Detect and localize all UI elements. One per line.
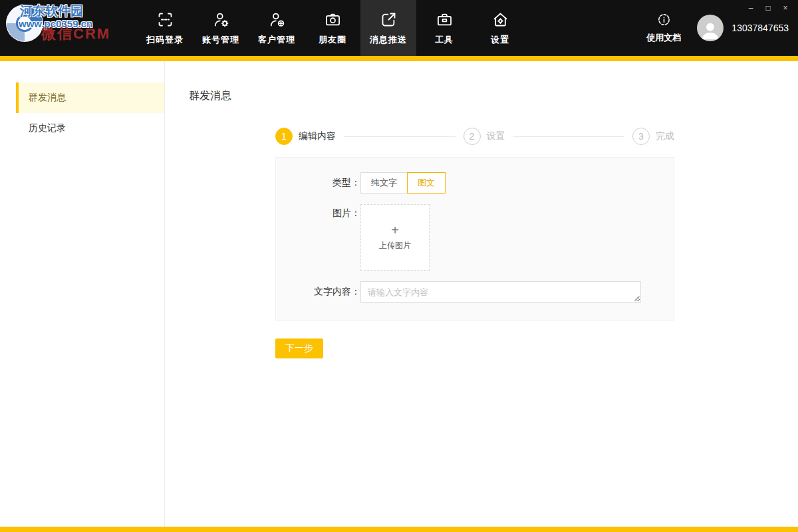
info-icon (656, 13, 672, 28)
image-row: 图片： + 上传图片 (276, 204, 674, 271)
nav-item-moments[interactable]: 朋友圈 (305, 0, 360, 56)
nav-label: 工具 (435, 34, 454, 46)
step-finish: 3 完成 (632, 128, 674, 145)
nav-label: 设置 (491, 34, 509, 46)
sidebar-item-label: 群发消息 (29, 92, 66, 104)
message-push-icon (380, 11, 398, 29)
step-edit-content: 1 编辑内容 (275, 128, 336, 145)
message-form-panel: 类型： 纯文字 图文 图片： + 上传图片 文字内容： (275, 157, 674, 321)
step-connector (344, 136, 456, 137)
sidebar-item-label: 历史记录 (29, 122, 66, 134)
type-label: 类型： (276, 172, 360, 194)
type-plain-text-button[interactable]: 纯文字 (360, 172, 408, 194)
account-manage-icon (212, 11, 230, 29)
docs-label: 使用文档 (646, 32, 681, 44)
nav-item-tools[interactable]: 工具 (416, 0, 472, 56)
step-number: 1 (275, 128, 293, 145)
next-step-button[interactable]: 下一步 (275, 338, 323, 358)
avatar-person-icon (699, 19, 722, 41)
close-button[interactable]: × (778, 2, 793, 14)
upload-image-label: 上传图片 (379, 240, 411, 251)
step-connector (513, 136, 625, 137)
sidebar-item-history[interactable]: 历史记录 (16, 113, 164, 144)
nav-label: 客户管理 (258, 34, 295, 46)
stepper: 1 编辑内容 2 设置 3 完成 (275, 128, 674, 145)
nav-item-account-manage[interactable]: 账号管理 (193, 0, 249, 56)
text-content-wrapper (360, 281, 641, 303)
minimize-button[interactable]: – (743, 2, 758, 14)
step-number: 2 (464, 128, 481, 145)
step-number: 3 (632, 128, 650, 145)
upload-image-button[interactable]: + 上传图片 (360, 204, 430, 271)
type-row: 类型： 纯文字 图文 (276, 172, 674, 194)
watermark-app-name: 微信CRM (41, 24, 110, 44)
content-area: 群发消息 历史记录 群发消息 1 编辑内容 2 设置 (0, 61, 798, 527)
maximize-button[interactable]: □ (761, 2, 775, 14)
settings-icon (491, 11, 509, 29)
sidebar: 群发消息 历史记录 (0, 61, 165, 527)
nav-item-settings[interactable]: 设置 (472, 0, 528, 56)
page-title: 群发消息 (189, 89, 798, 103)
sidebar-item-mass-message[interactable]: 群发消息 (16, 82, 164, 113)
nav-label: 朋友圈 (319, 34, 346, 46)
top-bar: 河东软件园 www.pc0359.cn 微信CRM 扫码登录 (0, 0, 798, 56)
step-label: 编辑内容 (299, 130, 336, 142)
main-panel: 群发消息 1 编辑内容 2 设置 3 完成 (165, 61, 798, 527)
image-label: 图片： (276, 204, 360, 271)
plus-icon: + (391, 223, 399, 237)
accent-strip-top (0, 56, 798, 61)
user-phone-number: 13037847653 (732, 23, 789, 33)
accent-strip-bottom (0, 527, 798, 532)
nav-item-message-push[interactable]: 消息推送 (360, 0, 416, 56)
moments-camera-icon (324, 11, 342, 29)
nav-label: 账号管理 (202, 34, 239, 46)
user-avatar[interactable] (697, 15, 724, 41)
app-window: 河东软件园 www.pc0359.cn 微信CRM 扫码登录 (0, 0, 798, 532)
nav-item-customer-manage[interactable]: 客户管理 (249, 0, 305, 56)
tools-icon (436, 11, 454, 29)
logo-zone: 河东软件园 www.pc0359.cn 微信CRM (0, 0, 137, 56)
text-content-label: 文字内容： (276, 281, 360, 303)
text-content-row: 文字内容： (276, 281, 674, 303)
type-button-group: 纯文字 图文 (360, 172, 446, 194)
docs-button[interactable]: 使用文档 (646, 13, 681, 44)
window-controls: – □ × (743, 2, 793, 14)
step-label: 设置 (487, 130, 505, 142)
text-content-input[interactable] (360, 281, 641, 303)
qr-scan-icon (156, 11, 174, 29)
type-image-text-button[interactable]: 图文 (407, 172, 446, 194)
nav-label: 消息推送 (370, 34, 407, 46)
customer-manage-icon (268, 11, 286, 29)
nav-label: 扫码登录 (146, 34, 184, 46)
nav-item-scan-login[interactable]: 扫码登录 (137, 0, 193, 56)
step-label: 完成 (656, 130, 674, 142)
step-settings: 2 设置 (464, 128, 505, 145)
top-nav: 扫码登录 账号管理 客户管理 (137, 0, 528, 56)
